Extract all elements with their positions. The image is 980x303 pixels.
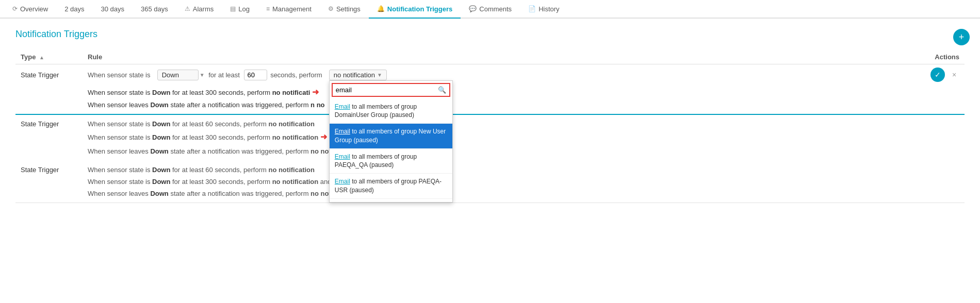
nav-label-365days: 365 days: [141, 5, 168, 13]
state-dropdown-arrow[interactable]: ▼: [200, 72, 205, 78]
group2-rule3: When sensor leaves Down state after a no…: [83, 144, 913, 161]
col-type: Type ▲: [15, 50, 83, 64]
notification-triggers-icon: 🔔: [377, 5, 385, 12]
arrow-indicator-1: ➜: [312, 88, 319, 96]
group2-rule2: When sensor state is Down for at least 3…: [83, 130, 913, 144]
notif-dropdown-wrapper: no notification ▼ 🔍: [329, 70, 387, 80]
nav-item-log[interactable]: ▤ Log: [222, 0, 258, 19]
edit-actions: ✓ ×: [913, 64, 965, 85]
nav-item-overview[interactable]: ⟳ Overview: [4, 0, 56, 19]
nav-label-log: Log: [238, 5, 250, 13]
trigger-group-3: State Trigger When sensor state is Down …: [15, 161, 965, 203]
nav-item-settings[interactable]: ⚙ Settings: [320, 0, 369, 19]
page-content: Notification Triggers + Type ▲ Rule Acti…: [0, 19, 980, 213]
edit-row-3: When sensor leaves Down state after a no…: [15, 99, 965, 114]
dropdown-item-1-link[interactable]: Email: [335, 103, 350, 110]
edit-row-2: When sensor state is Down for at least 3…: [15, 85, 965, 99]
nav-item-2days[interactable]: 2 days: [56, 0, 92, 19]
dropdown-item-4[interactable]: Email to all members of group PAEQA-USR …: [330, 174, 452, 199]
edit-row-1: State Trigger When sensor state is Down …: [15, 64, 965, 85]
col-type-label: Type: [21, 53, 36, 61]
nav-item-30days[interactable]: 30 days: [93, 0, 133, 19]
dropdown-search-box: 🔍: [332, 83, 450, 97]
nav-label-comments: Comments: [479, 5, 512, 13]
dropdown-item-4-link[interactable]: Email: [335, 178, 350, 185]
search-icon[interactable]: 🔍: [435, 84, 449, 96]
group3-rule2: When sensor state is Down for at least 3…: [83, 176, 913, 188]
group3-rule1: When sensor state is Down for at least 6…: [83, 161, 913, 176]
group3-row2: When sensor state is Down for at least 3…: [15, 176, 965, 188]
overview-icon: ⟳: [12, 5, 18, 12]
for-at-least-label: for at least: [208, 71, 240, 79]
group2-row2: When sensor state is Down for at least 3…: [15, 130, 965, 144]
col-rule: Rule: [83, 50, 913, 64]
add-icon: +: [959, 32, 965, 43]
nav-label-30days: 30 days: [101, 5, 125, 13]
group2-rule1: When sensor state is Down for at least 6…: [83, 115, 913, 130]
trigger-group-editing: State Trigger When sensor state is Down …: [15, 64, 965, 115]
nav-label-history: History: [538, 5, 559, 13]
nav-label-settings: Settings: [336, 5, 361, 13]
notif-arrow-icon: ▼: [377, 72, 382, 78]
notif-dropdown-button[interactable]: no notification ▼: [329, 70, 387, 80]
dropdown-list: Email to all members of group DomainUser…: [330, 99, 452, 202]
nav-item-comments[interactable]: 💬 Comments: [461, 0, 520, 19]
dropdown-item-2-link[interactable]: Email: [335, 128, 350, 135]
col-rule-label: Rule: [88, 53, 102, 61]
group3-row1: State Trigger When sensor state is Down …: [15, 161, 965, 176]
dropdown-search-input[interactable]: [333, 84, 435, 96]
notif-dropdown-popup: 🔍 Email to all members of group DomainUs…: [329, 80, 453, 203]
nav-item-notification-triggers[interactable]: 🔔 Notification Triggers: [369, 0, 461, 19]
arrow-indicator-2: ➜: [320, 132, 327, 141]
alarms-icon: ⚠: [185, 5, 190, 12]
when-label: When sensor state is: [88, 71, 150, 79]
edit-rule-row2: When sensor state is Down for at least 3…: [83, 85, 913, 99]
cancel-button[interactable]: ×: [949, 70, 959, 80]
group2-type: State Trigger: [15, 115, 83, 130]
nav-item-365days[interactable]: 365 days: [133, 0, 176, 19]
comments-icon: 💬: [469, 5, 477, 12]
nav-label-management: Management: [272, 5, 312, 13]
edit-rule-row1: When sensor state is Down ▼ for at least…: [83, 64, 913, 85]
group3-type: State Trigger: [15, 161, 83, 176]
state-value[interactable]: Down: [157, 70, 199, 80]
col-actions-label: Actions: [935, 53, 959, 61]
trigger-type-label: State Trigger: [21, 71, 59, 79]
top-navigation: ⟳ Overview 2 days 30 days 365 days ⚠ Ala…: [0, 0, 980, 19]
nav-label-overview: Overview: [20, 5, 48, 13]
row2-text: When sensor state is Down for at least 3…: [88, 89, 310, 96]
nav-label-notification-triggers: Notification Triggers: [387, 5, 452, 13]
dropdown-item-3-link[interactable]: Email: [335, 153, 350, 160]
seconds-input[interactable]: [244, 70, 267, 80]
trigger-type-edit: State Trigger: [15, 64, 83, 85]
dropdown-item-5[interactable]: Email to all members of group PRTG Users…: [330, 199, 452, 202]
edit-rule-row3: When sensor leaves Down state after a no…: [83, 99, 913, 114]
col-actions: Actions: [913, 50, 965, 64]
nav-item-management[interactable]: ≡ Management: [258, 0, 320, 19]
history-icon: 📄: [528, 5, 536, 12]
sort-type-icon[interactable]: ▲: [39, 55, 44, 60]
nav-label-alarms: Alarms: [193, 5, 214, 13]
page-title: Notification Triggers: [15, 29, 965, 40]
trigger-group-2: State Trigger When sensor state is Down …: [15, 114, 965, 161]
dropdown-item-1[interactable]: Email to all members of group DomainUser…: [330, 99, 452, 124]
seconds-label: seconds, perform: [270, 71, 322, 79]
triggers-table: Type ▲ Rule Actions: [15, 50, 965, 203]
group3-rule3: When sensor leaves Down state after a no…: [83, 188, 913, 203]
management-icon: ≡: [266, 5, 270, 12]
dropdown-item-3[interactable]: Email to all members of group PAEQA_QA (…: [330, 149, 452, 174]
confirm-button[interactable]: ✓: [930, 68, 945, 82]
add-trigger-button[interactable]: +: [953, 29, 970, 45]
group2-row3: When sensor leaves Down state after a no…: [15, 144, 965, 161]
nav-item-history[interactable]: 📄 History: [520, 0, 567, 19]
settings-icon: ⚙: [328, 5, 334, 12]
notif-value: no notification: [334, 71, 375, 79]
group2-row1: State Trigger When sensor state is Down …: [15, 115, 965, 130]
row3-text: When sensor leaves Down state after a no…: [88, 101, 325, 109]
nav-label-2days: 2 days: [64, 5, 84, 13]
group3-row3: When sensor leaves Down state after a no…: [15, 188, 965, 203]
nav-item-alarms[interactable]: ⚠ Alarms: [176, 0, 222, 19]
state-select[interactable]: Down ▼: [157, 70, 205, 80]
log-icon: ▤: [230, 5, 236, 12]
dropdown-item-2[interactable]: Email to all members of group New User G…: [330, 124, 452, 149]
